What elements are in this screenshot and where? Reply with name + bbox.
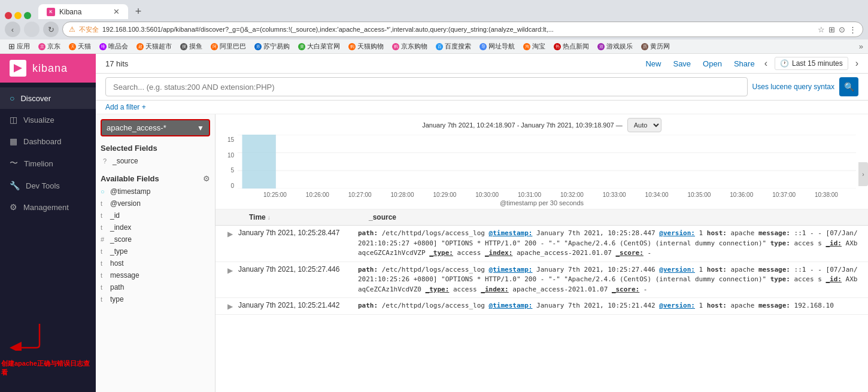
id-field-name: _id (110, 211, 120, 220)
field-type[interactable]: t _type (96, 245, 215, 257)
sidebar-item-timelion[interactable]: 〜 Timelion (0, 152, 96, 175)
x-tick-10: 10:35:00 (687, 192, 711, 198)
sidebar-item-discover[interactable]: ○ Discover (0, 87, 96, 109)
new-tab-button[interactable]: + (130, 4, 146, 19)
source-col-header[interactable]: _source (369, 213, 858, 221)
field-index[interactable]: t _index (96, 221, 215, 233)
suning-bookmark[interactable]: 苏苏宁易购 (251, 41, 293, 52)
table-row[interactable]: ▶ January 7th 2021, 10:25:28.447 path: /… (216, 226, 868, 262)
left-panel: apache_access-* ▼ Selected Fields ? _sou… (96, 114, 216, 392)
panel-collapse-button[interactable]: › (858, 162, 868, 186)
field-timestamp[interactable]: ○ @timestamp (96, 186, 215, 197)
search-input[interactable] (105, 77, 748, 96)
baidu-bookmark[interactable]: 百百度搜索 (432, 41, 475, 52)
bookmark-icon[interactable]: ☆ (818, 25, 825, 34)
sidebar-item-dashboard[interactable]: ▦ Dashboard (0, 130, 96, 152)
field-item-source[interactable]: ? _source (101, 155, 210, 167)
index-selector[interactable]: apache_access-* ▼ (101, 119, 210, 136)
sidebar-item-devtools[interactable]: 🔧 Dev Tools (0, 175, 96, 196)
lucene-hint[interactable]: Uses lucene query syntax (752, 83, 834, 91)
jdgw-bookmark[interactable]: 购京东购物 (389, 41, 431, 52)
sidebar-item-management[interactable]: ⚙ Management (0, 196, 96, 218)
interval-select[interactable]: Auto (627, 118, 661, 132)
apps-bookmark[interactable]: ⊞应用 (5, 41, 34, 52)
tab-title: Kibana (59, 8, 81, 16)
moyu-bookmark[interactable]: 摸摸鱼 (177, 41, 206, 52)
profile-icon[interactable]: ⊙ (839, 25, 845, 34)
result-time: January 7th 2021, 10:25:28.447 (238, 229, 358, 237)
field-host[interactable]: t host (96, 257, 215, 269)
type-field-name: _type (110, 247, 128, 256)
back-button[interactable]: ‹ (5, 22, 20, 37)
menu-icon[interactable]: ⋮ (849, 25, 857, 34)
field-type2[interactable]: t type (96, 293, 215, 305)
field-score[interactable]: # _score (96, 233, 215, 245)
time-col-header[interactable]: Time ↓ (249, 213, 369, 221)
result-source: path: /etc/httpd/logs/access_log @timest… (358, 229, 858, 259)
sidebar-item-visualize[interactable]: ◫ Visualize (0, 109, 96, 130)
visualize-icon: ◫ (10, 115, 17, 124)
table-row[interactable]: ▶ January 7th 2021, 10:25:21.442 path: /… (216, 298, 868, 315)
id-type-icon: t (101, 212, 107, 219)
hits-count: 17 hits (105, 59, 636, 68)
sidebar-visualize-label: Visualize (23, 116, 54, 124)
time-range-display[interactable]: 🕐 Last 15 minutes (775, 57, 848, 70)
address-bar[interactable]: ⚠ 不安全 192.168.100.3:5601/app/kibana#/dis… (62, 22, 863, 37)
alibaba-bookmark[interactable]: 阿阿里巴巴 (207, 41, 250, 52)
row-expand-button[interactable]: ▶ (225, 302, 235, 311)
field-id[interactable]: t _id (96, 209, 215, 221)
news-bookmark[interactable]: 热热点新闻 (550, 41, 593, 52)
tm-bookmark[interactable]: 天天猫 (65, 41, 95, 52)
time-nav-prev[interactable]: ‹ (764, 59, 767, 68)
browser-tab[interactable]: K Kibana ✕ (38, 4, 128, 19)
game-bookmark[interactable]: 游游戏娱乐 (594, 41, 636, 52)
score-field-name: _score (110, 235, 132, 244)
x-tick-12: 10:37:00 (772, 192, 796, 198)
bookmarks-bar: ⊞应用 京京东 天天猫 唯唯品会 超天猫超市 摸摸鱼 阿阿里巴巴 苏苏宁易购 菜… (0, 39, 868, 54)
chart-area: January 7th 2021, 10:24:18.907 - January… (216, 114, 868, 209)
sidebar-timelion-label: Timelion (24, 159, 53, 168)
search-button[interactable]: 🔍 (839, 77, 858, 96)
save-button[interactable]: Save (670, 58, 693, 69)
win-close-btn[interactable] (5, 12, 12, 19)
timestamp-field-name: @timestamp (110, 187, 151, 196)
y-axis-15: 15 (227, 136, 234, 143)
nav-bookmark[interactable]: 导网址导航 (476, 41, 518, 52)
win-min-btn[interactable] (14, 12, 22, 19)
field-path[interactable]: t path (96, 281, 215, 293)
open-button[interactable]: Open (700, 58, 724, 69)
new-button[interactable]: New (643, 58, 663, 69)
dashboard-icon: ▦ (10, 136, 17, 146)
tab-close-icon[interactable]: ✕ (113, 7, 120, 16)
share-button[interactable]: Share (732, 58, 757, 69)
time-nav-next[interactable]: › (855, 59, 858, 68)
bookmarks-more[interactable]: » (859, 42, 863, 51)
path-type-icon: t (101, 284, 107, 291)
field-message[interactable]: t message (96, 269, 215, 281)
url-text: 192.168.100.3:5601/app/kibana#/discover?… (102, 26, 814, 33)
index-dropdown-icon: ▼ (197, 124, 204, 132)
row-expand-button[interactable]: ▶ (225, 266, 235, 275)
x-tick-4: 10:29:00 (433, 192, 456, 198)
source-field-type: ? (103, 157, 109, 165)
baicai-bookmark[interactable]: 菜大白菜官网 (295, 41, 344, 52)
jd-bookmark[interactable]: 京京东 (35, 41, 64, 52)
extension-icon[interactable]: ⊞ (828, 25, 835, 34)
hl-bookmark[interactable]: 历黄历网 (638, 41, 673, 52)
row-expand-button[interactable]: ▶ (225, 230, 235, 238)
taobao-bookmark[interactable]: 淘淘宝 (520, 41, 549, 52)
vip-bookmark[interactable]: 唯唯品会 (96, 41, 132, 52)
score-type-icon: # (101, 236, 107, 243)
add-filter-button[interactable]: Add a filter + (105, 103, 146, 111)
forward-button[interactable]: › (24, 22, 40, 37)
selected-fields-title: Selected Fields (101, 144, 210, 153)
table-row[interactable]: ▶ January 7th 2021, 10:25:27.446 path: /… (216, 262, 868, 299)
reload-button[interactable]: ↻ (43, 22, 59, 37)
type2-type-icon: t (101, 296, 107, 303)
tmcs-bookmark[interactable]: 超天猫超市 (133, 41, 175, 52)
fields-settings-gear-icon[interactable]: ⚙ (203, 174, 210, 183)
tmgw-bookmark[interactable]: 购天猫购物 (345, 41, 387, 52)
field-version[interactable]: t @version (96, 197, 215, 209)
x-tick-3: 10:28:00 (391, 192, 414, 198)
win-max-btn[interactable] (24, 12, 31, 19)
